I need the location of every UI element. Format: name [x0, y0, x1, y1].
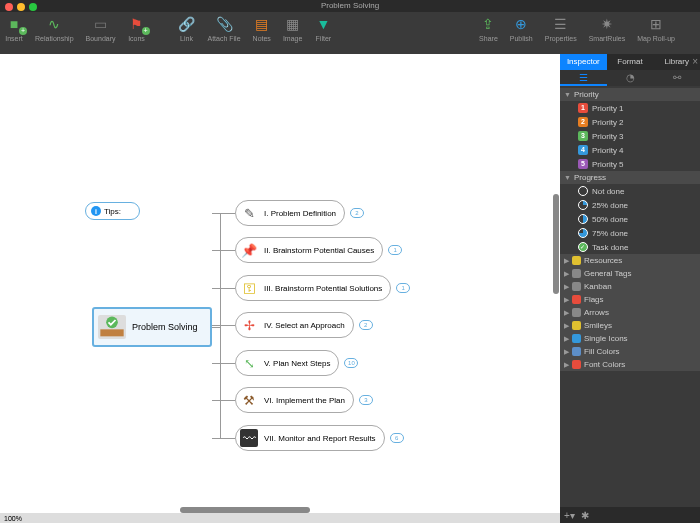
marker-item[interactable]: 1Priority 1 — [560, 101, 700, 115]
group-icon — [572, 308, 581, 317]
svg-rect-0 — [100, 329, 123, 336]
child-count-badge[interactable]: 10 — [344, 358, 358, 368]
child-count-badge[interactable]: 2 — [350, 208, 364, 218]
marker-item[interactable]: Not done — [560, 184, 700, 198]
group-font-colors[interactable]: ▶Font Colors — [560, 358, 700, 371]
relationship-icon: ∿ — [45, 15, 63, 33]
group-general-tags[interactable]: ▶General Tags — [560, 267, 700, 280]
window-controls[interactable] — [5, 0, 37, 14]
canvas[interactable]: i Tips: Problem Solving ✎I. Problem Defi… — [0, 54, 560, 523]
marker-item[interactable]: 2Priority 2 — [560, 115, 700, 129]
marker-label: 25% done — [592, 201, 628, 210]
marker-item[interactable]: 50% done — [560, 212, 700, 226]
close-panel-icon[interactable]: × — [692, 56, 698, 67]
task-subtab[interactable]: ◔ — [607, 70, 654, 86]
zoom-level[interactable]: 100% — [4, 515, 22, 522]
child-count-badge[interactable]: 1 — [396, 283, 410, 293]
panel-footer: +▾ ✱ — [560, 507, 700, 523]
link-subtab[interactable]: ⚯ — [653, 70, 700, 86]
node-icon: 📌 — [240, 241, 258, 259]
marker-label: Priority 2 — [592, 118, 624, 127]
group-label: Smileys — [584, 321, 612, 330]
properties-button[interactable]: ☰Properties — [545, 15, 577, 42]
marker-item[interactable]: 75% done — [560, 226, 700, 240]
group-kanban[interactable]: ▶Kanban — [560, 280, 700, 293]
image-icon: ▦ — [284, 15, 302, 33]
group-icon — [572, 347, 581, 356]
node-icon: ⚿ — [240, 279, 258, 297]
node-icon: ✎ — [240, 204, 258, 222]
progress-icon — [578, 186, 588, 196]
window-title: Problem Solving — [0, 0, 700, 12]
relationship-button[interactable]: ∿Relationship — [35, 15, 74, 42]
marker-tree: ▼Priority1Priority 12Priority 23Priority… — [560, 86, 700, 507]
image-label: Image — [283, 35, 302, 42]
child-node-4[interactable]: ⤡V. Plan Next Steps10 — [235, 350, 339, 376]
child-node-1[interactable]: 📌II. Brainstorm Potential Causes1 — [235, 237, 383, 263]
child-node-3[interactable]: ✢IV. Select an Approach2 — [235, 312, 354, 338]
group-resources[interactable]: ▶Resources — [560, 254, 700, 267]
marker-item[interactable]: 5Priority 5 — [560, 157, 700, 171]
notes-button[interactable]: ▤Notes — [253, 15, 271, 42]
group-priority[interactable]: ▼Priority — [560, 88, 700, 101]
publish-button[interactable]: ⊕Publish — [510, 15, 533, 42]
marker-item[interactable]: 3Priority 3 — [560, 129, 700, 143]
disclosure-icon: ▶ — [564, 296, 569, 304]
group-label: Fill Colors — [584, 347, 620, 356]
vertical-scrollbar[interactable] — [553, 194, 559, 294]
disclosure-icon: ▶ — [564, 361, 569, 369]
group-icon — [572, 295, 581, 304]
attach-button[interactable]: 📎Attach File — [208, 15, 241, 42]
close-window[interactable] — [5, 3, 13, 11]
child-count-badge[interactable]: 2 — [359, 320, 373, 330]
minimize-window[interactable] — [17, 3, 25, 11]
settings-button[interactable]: ✱ — [581, 510, 589, 521]
boundary-button[interactable]: ▭Boundary — [86, 15, 116, 42]
filter-icon: ▼ — [314, 15, 332, 33]
node-label: IV. Select an Approach — [264, 321, 345, 330]
disclosure-icon: ▶ — [564, 283, 569, 291]
root-label: Problem Solving — [132, 322, 198, 332]
group-smileys[interactable]: ▶Smileys — [560, 319, 700, 332]
group-flags[interactable]: ▶Flags — [560, 293, 700, 306]
rollup-button[interactable]: ⊞Map Roll-up — [637, 15, 675, 42]
filter-button[interactable]: ▼Filter — [314, 15, 332, 42]
marker-item[interactable]: 4Priority 4 — [560, 143, 700, 157]
share-button[interactable]: ⇪Share — [479, 15, 498, 42]
group-fill-colors[interactable]: ▶Fill Colors — [560, 345, 700, 358]
child-count-badge[interactable]: 6 — [390, 433, 404, 443]
priority-icon: 2 — [578, 117, 588, 127]
insert-button[interactable]: ■+Insert — [5, 15, 23, 42]
group-arrows[interactable]: ▶Arrows — [560, 306, 700, 319]
icons-button[interactable]: ⚑+Icons — [128, 15, 146, 42]
tips-node[interactable]: i Tips: — [85, 202, 140, 220]
boundary-icon: ▭ — [92, 15, 110, 33]
marker-label: Task done — [592, 243, 628, 252]
smartrules-button[interactable]: ✷SmartRules — [589, 15, 626, 42]
group-label: Flags — [584, 295, 604, 304]
markers-subtab[interactable]: ☰ — [560, 70, 607, 86]
group-progress[interactable]: ▼Progress — [560, 171, 700, 184]
child-count-badge[interactable]: 1 — [388, 245, 402, 255]
root-node[interactable]: Problem Solving — [92, 307, 212, 347]
image-button[interactable]: ▦Image — [283, 15, 302, 42]
child-node-2[interactable]: ⚿III. Brainstorm Potential Solutions1 — [235, 275, 391, 301]
link-label: Link — [180, 35, 193, 42]
smartrules-icon: ✷ — [598, 15, 616, 33]
child-node-5[interactable]: ⚒VI. Implement the Plan3 — [235, 387, 354, 413]
disclosure-icon: ▶ — [564, 270, 569, 278]
tab-inspector[interactable]: Inspector — [560, 54, 607, 70]
add-marker-button[interactable]: +▾ — [564, 510, 575, 521]
child-count-badge[interactable]: 3 — [359, 395, 373, 405]
tab-format[interactable]: Format — [607, 54, 654, 70]
child-node-0[interactable]: ✎I. Problem Definition2 — [235, 200, 345, 226]
marker-item[interactable]: 25% done — [560, 198, 700, 212]
group-single-icons[interactable]: ▶Single Icons — [560, 332, 700, 345]
zoom-window[interactable] — [29, 3, 37, 11]
relationship-label: Relationship — [35, 35, 74, 42]
progress-icon — [578, 228, 588, 238]
marker-item[interactable]: ✓Task done — [560, 240, 700, 254]
child-node-6[interactable]: 〰VII. Monitor and Report Results6 — [235, 425, 385, 451]
rollup-icon: ⊞ — [647, 15, 665, 33]
link-button[interactable]: 🔗Link — [178, 15, 196, 42]
